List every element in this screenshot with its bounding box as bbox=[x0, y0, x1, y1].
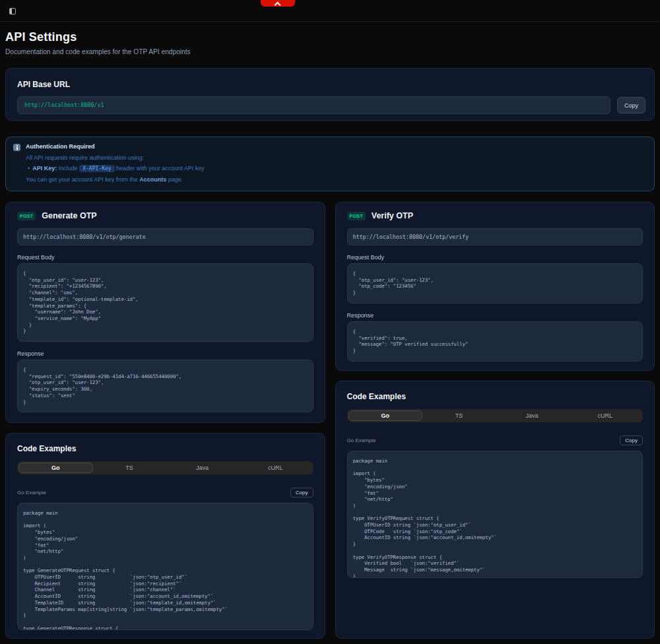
generate-response-label: Response bbox=[17, 350, 314, 358]
language-tabs-right: Go TS Java cURL bbox=[347, 409, 644, 422]
auth-body: Authentication Required All API requests… bbox=[26, 143, 205, 184]
tab-ts-right[interactable]: TS bbox=[422, 410, 496, 421]
auth-bullet-label: API Key: bbox=[32, 165, 57, 172]
bullet-dot: • bbox=[28, 165, 30, 172]
verify-response-label: Response bbox=[347, 311, 644, 319]
main-content: API Settings Documentation and code exam… bbox=[0, 30, 660, 639]
generate-otp-card: POST Generate OTP http://localhost:8080/… bbox=[5, 202, 325, 423]
api-key-chip: X-API-Key bbox=[79, 165, 114, 172]
language-tabs-left: Go TS Java cURL bbox=[17, 461, 314, 474]
auth-callout: i Authentication Required All API reques… bbox=[5, 137, 655, 191]
info-icon: i bbox=[13, 144, 20, 151]
verify-request-code: { "otp_user_id": "user-123", "otp_code":… bbox=[347, 263, 644, 304]
auth-title: Authentication Required bbox=[26, 143, 205, 151]
alert-pill-button[interactable] bbox=[261, 0, 295, 7]
tab-go-left[interactable]: Go bbox=[18, 463, 93, 473]
generate-request-label: Request Body bbox=[17, 253, 314, 261]
accounts-link[interactable]: Accounts bbox=[139, 176, 166, 183]
tab-curl-right[interactable]: cURL bbox=[568, 410, 642, 421]
auth-bullet: •API Key: Include X-API-Key header with … bbox=[28, 164, 205, 174]
go-code-right: package main import ( "bytes" "encoding/… bbox=[347, 451, 644, 578]
generate-otp-title: Generate OTP bbox=[42, 211, 96, 220]
tab-go-right[interactable]: Go bbox=[348, 410, 423, 421]
copy-base-url-button[interactable]: Copy bbox=[617, 97, 645, 113]
copy-code-button-right[interactable]: Copy bbox=[620, 435, 643, 445]
sidebar-toggle-icon[interactable] bbox=[9, 8, 16, 15]
tab-java-right[interactable]: Java bbox=[496, 410, 569, 421]
post-badge-generate: POST bbox=[17, 212, 36, 220]
left-column: POST Generate OTP http://localhost:8080/… bbox=[5, 202, 325, 639]
right-column: POST Verify OTP http://localhost:8080/v1… bbox=[335, 202, 655, 639]
tab-ts-left[interactable]: TS bbox=[93, 463, 166, 473]
go-example-label-left: Go Example bbox=[17, 490, 46, 496]
auth-footer: You can get your account API key from th… bbox=[26, 176, 205, 184]
endpoints-grid: POST Generate OTP http://localhost:8080/… bbox=[5, 202, 655, 639]
verify-endpoint-url: http://localhost:8080/v1/otp/verify bbox=[347, 228, 644, 245]
generate-endpoint-url: http://localhost:8080/v1/otp/generate bbox=[17, 228, 314, 245]
verify-otp-title: Verify OTP bbox=[372, 211, 413, 220]
auth-bullet-post: header with your account API key bbox=[116, 165, 205, 172]
base-url-value[interactable]: http://localhost:8080/v1 bbox=[17, 96, 610, 114]
code-examples-title-left: Code Examples bbox=[17, 443, 314, 455]
copy-code-button-left[interactable]: Copy bbox=[290, 488, 314, 498]
verify-request-label: Request Body bbox=[347, 253, 644, 261]
api-base-url-card: API Base URL http://localhost:8080/v1 Co… bbox=[5, 68, 655, 121]
tab-java-left[interactable]: Java bbox=[166, 463, 239, 473]
post-badge-verify: POST bbox=[347, 212, 366, 220]
code-examples-card-generate: Code Examples Go TS Java cURL Go Example… bbox=[5, 433, 325, 639]
generate-request-code: { "otp_user_id": "user-123", "recipient"… bbox=[17, 263, 314, 342]
tab-curl-left[interactable]: cURL bbox=[239, 463, 312, 473]
go-code-left: package main import ( "bytes" "encoding/… bbox=[17, 503, 314, 630]
verify-response-code: { "verified": true, "message": "OTP veri… bbox=[347, 321, 644, 362]
generate-response-code: { "request_id": "550e8400-e29b-41d4-a716… bbox=[17, 360, 314, 412]
topbar bbox=[0, 0, 660, 22]
page-subtitle: Documentation and code examples for the … bbox=[5, 48, 655, 56]
auth-bullet-pre: Include bbox=[59, 165, 78, 172]
code-examples-card-verify: Code Examples Go TS Java cURL Go Example… bbox=[335, 381, 655, 639]
page-title: API Settings bbox=[5, 30, 655, 45]
code-examples-title-right: Code Examples bbox=[347, 391, 644, 403]
auth-footer-post: page. bbox=[168, 176, 183, 183]
go-example-label-right: Go Example bbox=[347, 437, 376, 443]
api-base-url-title: API Base URL bbox=[17, 80, 645, 90]
auth-line: All API requests require authentication … bbox=[26, 154, 205, 162]
auth-footer-pre: You can get your account API key from th… bbox=[26, 176, 138, 183]
verify-otp-card: POST Verify OTP http://localhost:8080/v1… bbox=[335, 202, 655, 371]
